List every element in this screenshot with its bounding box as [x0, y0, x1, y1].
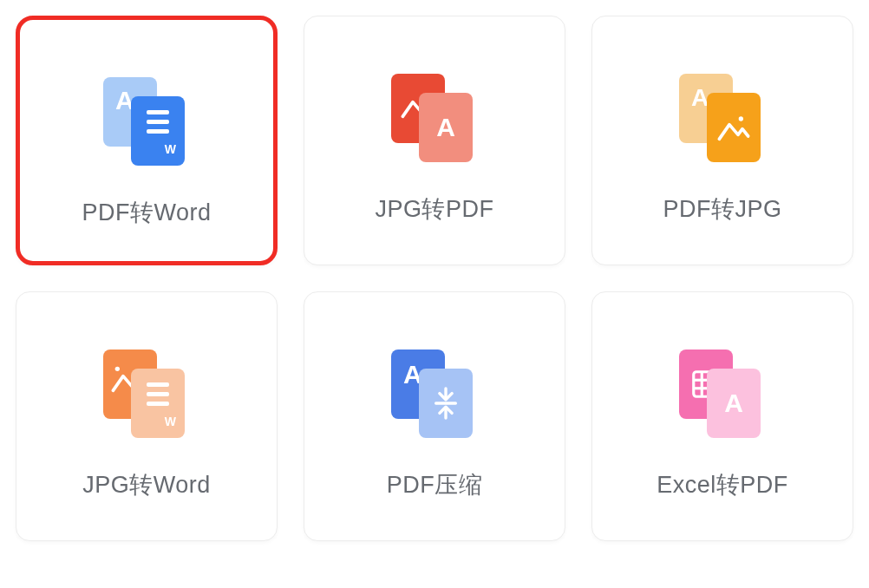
- pdf-compress-icon: A: [374, 346, 495, 441]
- tool-card-excel-to-pdf[interactable]: A Excel转PDF: [591, 291, 853, 541]
- tool-card-jpg-to-pdf[interactable]: A JPG转PDF: [304, 16, 565, 265]
- tool-label: PDF转Word: [82, 197, 211, 228]
- tool-label: Excel转PDF: [657, 469, 788, 500]
- svg-point-2: [115, 367, 120, 371]
- tool-grid: A W PDF转Word A JPG转PDF: [16, 16, 853, 541]
- jpg-to-pdf-icon: A: [374, 70, 495, 166]
- tool-label: PDF转JPG: [663, 193, 781, 225]
- tool-card-pdf-compress[interactable]: A PDF压缩: [304, 291, 565, 541]
- jpg-to-word-icon: W: [86, 346, 207, 441]
- pdf-to-word-icon: A W: [86, 74, 207, 169]
- tool-card-pdf-to-word[interactable]: A W PDF转Word: [16, 16, 278, 265]
- tool-label: JPG转PDF: [375, 193, 493, 225]
- svg-point-1: [739, 116, 743, 121]
- pdf-to-jpg-icon: A: [662, 70, 783, 166]
- tool-label: PDF压缩: [387, 469, 483, 500]
- tool-card-pdf-to-jpg[interactable]: A PDF转JPG: [591, 16, 853, 265]
- tool-label: JPG转Word: [82, 469, 211, 500]
- tool-card-jpg-to-word[interactable]: W JPG转Word: [16, 291, 278, 541]
- excel-to-pdf-icon: A: [662, 346, 783, 441]
